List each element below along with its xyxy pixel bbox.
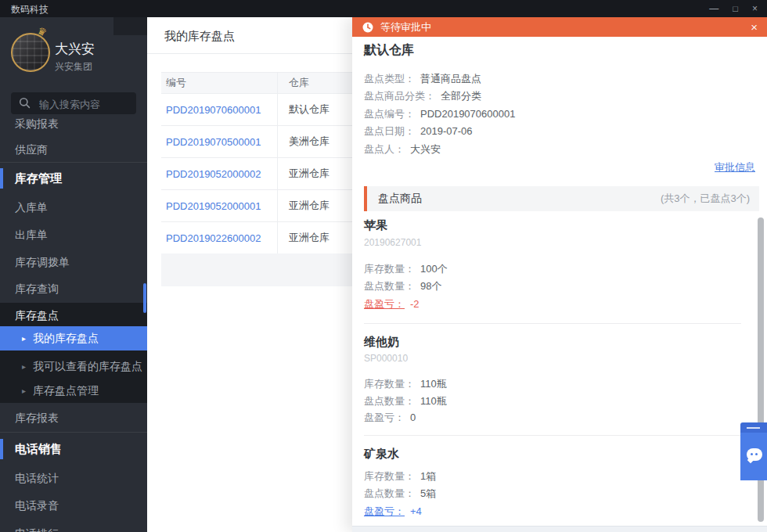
sidebar-item-outbound-order[interactable]: 出库单 bbox=[0, 221, 147, 249]
minimize-icon[interactable]: — bbox=[709, 0, 718, 17]
status-badge: 等待审批中 bbox=[380, 20, 431, 34]
sidebar-top-notch bbox=[113, 17, 147, 35]
submenu-arrow-icon: ▸ bbox=[22, 386, 26, 395]
section-title: 盘点商品 bbox=[378, 192, 422, 206]
sidebar-item-viewable-inventory-count[interactable]: ▸我可以查看的库存盘点 bbox=[0, 354, 147, 379]
detail-category: 盘点商品分类：全部分类 bbox=[364, 89, 481, 102]
product-code: 20190627001 bbox=[364, 237, 421, 248]
section-header: 盘点商品 (共3个，已盘点3个) bbox=[364, 186, 759, 211]
chat-widget[interactable] bbox=[740, 422, 767, 480]
sidebar-item-inventory-report[interactable]: 库存报表 bbox=[0, 405, 147, 432]
sidebar-item-inventory-count-management[interactable]: ▸库存盘点管理 bbox=[0, 379, 147, 403]
detail-count-type: 盘点类型：普通商品盘点 bbox=[364, 72, 481, 84]
user-name: 大兴安 bbox=[55, 40, 95, 58]
status-bar: 等待审批中 × bbox=[352, 17, 767, 37]
diff-line: 盘盈亏：+4 bbox=[364, 505, 422, 519]
product-name: 维他奶 bbox=[364, 335, 399, 350]
sidebar-item-supplier[interactable]: 供应商 bbox=[0, 137, 147, 163]
panel-footer bbox=[352, 526, 767, 532]
detail-count-person: 盘点人：大兴安 bbox=[364, 142, 441, 155]
detail-count-date: 盘点日期：2019-07-06 bbox=[364, 124, 473, 137]
chat-widget-handle[interactable] bbox=[740, 422, 767, 433]
window-controls: — □ × bbox=[709, 0, 758, 17]
sidebar-item-transfer-order[interactable]: 库存调拨单 bbox=[0, 249, 147, 276]
sidebar-section-inventory-management[interactable]: 库存管理 bbox=[0, 163, 147, 194]
user-org: 兴安集团 bbox=[55, 60, 92, 74]
stock-qty-line: 库存数量：100个 bbox=[364, 262, 448, 276]
count-code-link[interactable]: PDD2019070600001 bbox=[161, 94, 277, 125]
product-name: 矿泉水 bbox=[364, 447, 399, 462]
approval-info-link[interactable]: 审批信息 bbox=[715, 160, 755, 174]
submenu-arrow-icon: ▸ bbox=[22, 362, 26, 371]
page-title: 我的库存盘点 bbox=[164, 29, 235, 44]
stock-qty-line: 库存数量：110瓶 bbox=[364, 377, 447, 391]
warehouse-title: 默认仓库 bbox=[364, 42, 414, 59]
close-icon[interactable]: × bbox=[752, 0, 758, 17]
divider bbox=[364, 323, 741, 324]
sidebar-scrollbar[interactable] bbox=[143, 283, 146, 313]
sidebar-item-inbound-order[interactable]: 入库单 bbox=[0, 194, 147, 221]
clock-icon bbox=[362, 22, 373, 33]
chat-button[interactable] bbox=[740, 433, 767, 480]
drag-handle-icon bbox=[747, 427, 760, 429]
submenu-arrow-icon: ▸ bbox=[22, 334, 26, 343]
sidebar-item-my-inventory-count[interactable]: ▸我的库存盘点 bbox=[0, 326, 147, 350]
column-header-code: 编号 bbox=[161, 73, 277, 93]
counted-qty-line: 盘点数量：98个 bbox=[364, 279, 441, 293]
app-window: 数码科技 — □ × ♛ 大兴安 兴安集团 采购报表 供应商 库存管理 入库单 … bbox=[0, 0, 767, 532]
search-icon bbox=[19, 97, 31, 109]
sidebar-item-phone-stats[interactable]: 电话统计 bbox=[0, 465, 147, 492]
sidebar-item-purchase-report[interactable]: 采购报表 bbox=[0, 111, 147, 137]
diff-line: 盘盈亏：-2 bbox=[364, 297, 420, 311]
section-accent-bar bbox=[0, 168, 3, 189]
sidebar-section-phone-sales[interactable]: 电话销售 bbox=[0, 433, 147, 465]
product-list: 苹果 20190627001 库存数量：100个 盘点数量：98个 盘盈亏：-2… bbox=[352, 211, 767, 526]
sidebar-item-phone-recording[interactable]: 电话录音 bbox=[0, 492, 147, 519]
counted-qty-line: 盘点数量：110瓶 bbox=[364, 394, 447, 408]
chat-bubble-icon bbox=[747, 448, 762, 461]
section-accent-bar bbox=[0, 439, 3, 459]
divider bbox=[364, 435, 741, 436]
avatar[interactable] bbox=[11, 33, 50, 72]
divider bbox=[0, 432, 147, 433]
panel-close-icon[interactable]: × bbox=[751, 17, 758, 37]
sidebar-item-phone-ranking[interactable]: 电话排行 bbox=[0, 519, 147, 532]
detail-panel: 等待审批中 × 默认仓库 盘点类型：普通商品盘点 盘点商品分类：全部分类 盘点编… bbox=[352, 17, 767, 532]
count-code-link[interactable]: PDD2019070500001 bbox=[161, 126, 277, 157]
product-code: SP000010 bbox=[364, 353, 408, 364]
count-code-link[interactable]: PDD2019052000001 bbox=[161, 190, 277, 221]
app-title: 数码科技 bbox=[11, 3, 49, 16]
sidebar-item-inventory-query[interactable]: 库存查询 bbox=[0, 276, 147, 303]
titlebar: 数码科技 — □ × bbox=[0, 0, 767, 17]
sidebar: ♛ 大兴安 兴安集团 采购报表 供应商 库存管理 入库单 出库单 库存调拨单 库… bbox=[0, 17, 147, 532]
count-code-link[interactable]: PDD2019052000002 bbox=[161, 158, 277, 189]
counted-qty-line: 盘点数量：5箱 bbox=[364, 487, 436, 501]
stock-qty-line: 库存数量：1箱 bbox=[364, 469, 436, 483]
detail-count-code: 盘点编号：PDD2019070600001 bbox=[364, 107, 515, 120]
maximize-icon[interactable]: □ bbox=[733, 0, 738, 17]
section-count: (共3个，已盘点3个) bbox=[661, 192, 750, 206]
product-name: 苹果 bbox=[364, 218, 387, 233]
diff-line: 盘盈亏：0 bbox=[364, 411, 416, 425]
sidebar-item-inventory-count[interactable]: 库存盘点 bbox=[0, 303, 147, 329]
count-code-link[interactable]: PDD2019022600002 bbox=[161, 222, 277, 253]
